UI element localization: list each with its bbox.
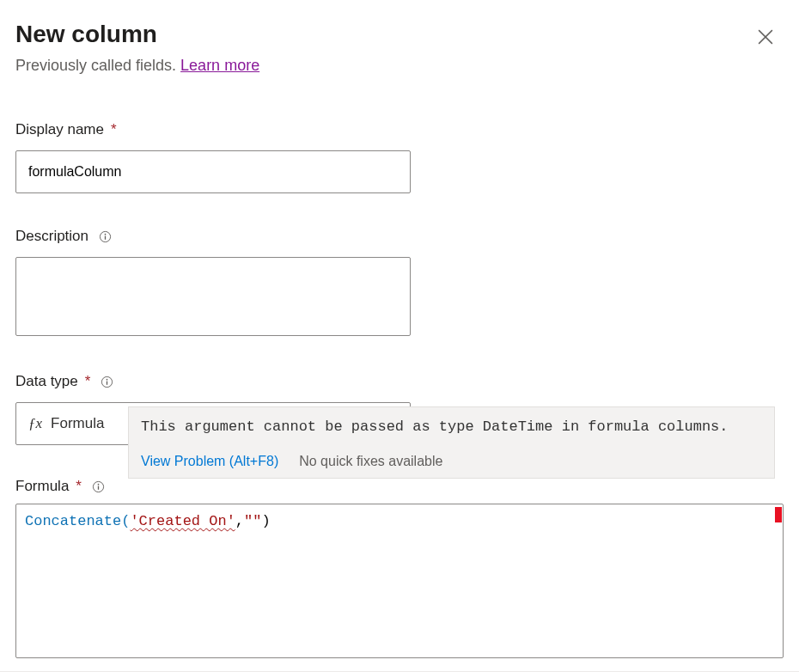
required-asterisk: *: [111, 121, 117, 138]
formula-editor[interactable]: Concatenate('Created On',""): [15, 504, 784, 658]
required-asterisk: *: [76, 478, 82, 495]
paren-open-token: (: [121, 513, 130, 529]
data-type-value: Formula: [51, 415, 104, 432]
display-name-field: Display name *: [15, 121, 784, 193]
formula-label-text: Formula: [15, 478, 69, 495]
comma-token: ,: [235, 513, 244, 529]
required-asterisk: *: [85, 373, 91, 390]
formula-function-token: Concatenate: [25, 513, 121, 529]
description-label: Description: [15, 228, 784, 245]
no-quick-fixes-text: No quick fixes available: [299, 454, 442, 469]
svg-point-9: [98, 483, 100, 485]
subtitle-text: Previously called fields.: [15, 57, 180, 74]
display-name-input[interactable]: [15, 150, 411, 193]
close-icon: [758, 29, 773, 45]
svg-rect-10: [98, 486, 99, 489]
svg-rect-7: [107, 381, 107, 384]
description-field: Description: [15, 228, 784, 339]
learn-more-link[interactable]: Learn more: [180, 57, 259, 74]
description-label-text: Description: [15, 228, 88, 245]
fx-icon: ƒx: [28, 415, 42, 432]
data-type-label-text: Data type: [15, 373, 78, 390]
error-message: This argument cannot be passed as type D…: [129, 407, 774, 449]
formula-field: Formula * Concatenate('Created On',""): [15, 478, 784, 658]
close-button[interactable]: [753, 24, 778, 50]
display-name-label: Display name *: [15, 121, 784, 138]
error-gutter-marker: [775, 507, 782, 522]
paren-close-token: ): [261, 513, 270, 529]
data-type-label: Data type *: [15, 373, 784, 390]
panel-title: New column: [15, 21, 259, 48]
formula-label: Formula *: [15, 478, 784, 495]
panel-subtitle: Previously called fields. Learn more: [15, 57, 259, 75]
info-icon[interactable]: [99, 230, 112, 243]
formula-error-token: 'Created On': [130, 513, 235, 529]
svg-point-3: [105, 233, 107, 235]
description-input[interactable]: [15, 257, 411, 336]
display-name-label-text: Display name: [15, 121, 104, 138]
svg-point-6: [107, 378, 108, 380]
error-tooltip: This argument cannot be passed as type D…: [128, 406, 775, 479]
svg-rect-4: [105, 235, 106, 239]
view-problem-link[interactable]: View Problem (Alt+F8): [141, 454, 278, 469]
tooltip-actions-row: View Problem (Alt+F8) No quick fixes ava…: [129, 449, 774, 478]
panel-header: New column Previously called fields. Lea…: [15, 21, 784, 75]
new-column-panel: New column Previously called fields. Lea…: [0, 0, 799, 672]
formula-code-line: Concatenate('Created On',""): [25, 511, 774, 532]
info-icon[interactable]: [101, 376, 113, 388]
info-icon[interactable]: [92, 480, 105, 493]
string-token: "": [244, 513, 261, 529]
